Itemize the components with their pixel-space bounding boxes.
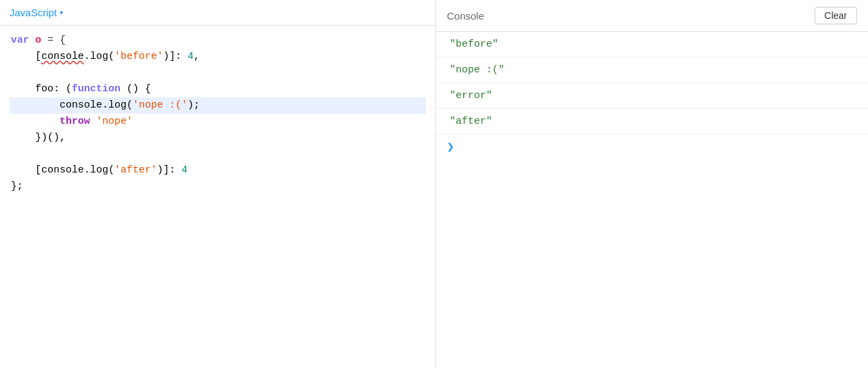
code-line: var o = {: [9, 32, 426, 49]
code-line: [9, 146, 426, 162]
console-output: "before" "nope :(" "error" "after" ❯: [436, 32, 868, 368]
console-title: Console: [447, 10, 484, 22]
code-line: [9, 65, 426, 81]
console-header: Console Clear: [436, 0, 868, 32]
console-panel: Console Clear "before" "nope :(" "error"…: [436, 0, 868, 368]
editor-header: JavaScript ▾: [0, 0, 435, 26]
code-line: foo: (function () {: [9, 81, 426, 97]
code-line: [console.log('before')]: 4,: [9, 49, 426, 65]
editor-panel: JavaScript ▾ var o = { [console.log('bef…: [0, 0, 436, 368]
console-prompt-icon: ❯: [447, 141, 454, 154]
code-line: };: [9, 179, 426, 195]
clear-button[interactable]: Clear: [815, 7, 857, 24]
language-selector[interactable]: JavaScript ▾: [9, 7, 63, 18]
code-line: throw 'nope': [9, 114, 426, 130]
console-output-line: "after": [436, 109, 868, 135]
console-input-line[interactable]: ❯: [436, 135, 868, 160]
console-input[interactable]: [460, 142, 857, 153]
editor-body[interactable]: var o = { [console.log('before')]: 4, fo…: [0, 26, 435, 368]
console-output-line: "error": [436, 83, 868, 109]
console-output-line: "before": [436, 32, 868, 58]
console-output-line: "nope :(": [436, 58, 868, 83]
code-line: [console.log('after')]: 4: [9, 162, 426, 179]
code-line-highlighted: console.log('nope :(');: [9, 97, 426, 114]
chevron-down-icon: ▾: [60, 9, 63, 16]
code-line: })(),: [9, 130, 426, 146]
language-label: JavaScript: [9, 7, 57, 18]
